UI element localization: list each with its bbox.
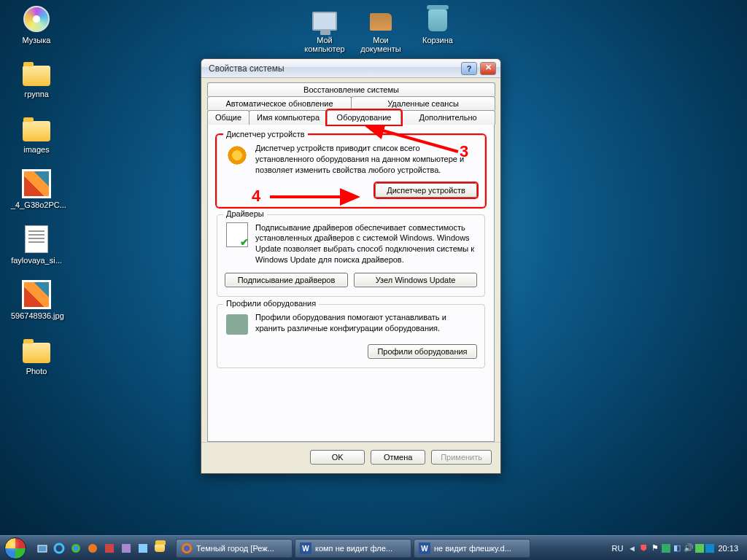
titlebar[interactable]: Свойства системы ? ✕	[201, 59, 500, 78]
ql-chrome[interactable]	[69, 541, 83, 556]
ql-firefox[interactable]	[85, 541, 100, 556]
desktop-icon-image2[interactable]: 596748936.jpg	[11, 280, 62, 320]
taskbar-task-word2[interactable]: Wне видит флешку.d...	[414, 539, 530, 558]
desktop-icon-label: Photo	[26, 367, 47, 376]
tray-shield-icon[interactable]: ⛊	[638, 543, 649, 553]
group-legend: Профили оборудования	[223, 299, 319, 308]
quick-launch	[31, 541, 171, 556]
desktop-icon-mycomputer[interactable]: Мой компьютер	[299, 4, 350, 53]
desktop-icon-music[interactable]: Музыка	[11, 4, 62, 44]
tab-system-restore[interactable]: Восстановление системы	[207, 82, 495, 96]
dialog-footer: OK Отмена Применить	[201, 442, 500, 473]
tray-app-icon[interactable]	[662, 544, 670, 553]
group-legend: Диспетчер устройств	[223, 130, 308, 139]
svg-rect-7	[105, 544, 114, 553]
task-label: не видит флешку.d...	[434, 544, 511, 553]
task-label: комп не видит фле...	[315, 544, 392, 553]
svg-rect-8	[122, 544, 131, 553]
windows-orb-icon	[4, 537, 26, 559]
tab-content-hardware: Диспетчер устройств Диспетчер устройств …	[207, 124, 495, 442]
tab-hardware[interactable]: Оборудование	[327, 110, 401, 125]
window-title: Свойства системы	[209, 63, 458, 74]
tab-general[interactable]: Общие	[207, 110, 249, 125]
tray-chevron-icon[interactable]: ◄	[627, 543, 637, 553]
group-description: Подписывание драйверов обеспечивает совм…	[255, 222, 477, 265]
svg-text:W: W	[302, 545, 309, 553]
desktop-icon-label: 596748936.jpg	[11, 311, 64, 320]
desktop-icon-label: Мой компьютер	[304, 36, 344, 53]
language-indicator[interactable]: RU	[612, 544, 624, 553]
help-button[interactable]: ?	[461, 62, 477, 75]
tab-advanced[interactable]: Дополнительно	[400, 110, 495, 125]
desktop-icon-photo[interactable]: Photo	[11, 335, 62, 376]
tray-app2-icon[interactable]	[695, 544, 704, 553]
desktop-icon-label: группа	[24, 90, 49, 98]
ql-app1[interactable]	[102, 541, 117, 556]
desktop-icon-group[interactable]: группа	[11, 58, 62, 98]
desktop-icon-recyclebin[interactable]: Корзина	[412, 4, 463, 44]
desktop-icon-image1[interactable]: _4_G38o2PC...	[11, 169, 62, 209]
group-legend: Драйверы	[223, 209, 267, 218]
tray-network-icon[interactable]: ◧	[672, 543, 682, 553]
tab-remote[interactable]: Удаленные сеансы	[351, 96, 495, 110]
group-description: Диспетчер устройств приводит список всег…	[255, 143, 477, 176]
svg-point-5	[74, 546, 78, 551]
clock[interactable]: 20:13	[718, 544, 738, 553]
group-hardware-profiles: Профили оборудования Профили оборудовани…	[217, 304, 485, 368]
group-description: Профили оборудования помогают устанавлив…	[255, 312, 477, 334]
desktop-icon-label: Музыка	[23, 36, 51, 44]
word-icon: W	[419, 542, 430, 554]
gear-icon	[225, 143, 249, 168]
desktop-icon-label: _4_G38o2PC...	[11, 201, 66, 209]
tray-volume-icon[interactable]: 🔊	[684, 543, 694, 553]
svg-point-3	[55, 544, 63, 553]
system-tray: RU ◄ ⛊ ⚑ ◧ 🔊 20:13	[612, 543, 743, 553]
start-button[interactable]	[0, 536, 31, 561]
hardware-profiles-button[interactable]: Профили оборудования	[368, 344, 477, 359]
certificate-icon	[225, 222, 249, 247]
taskbar-task-firefox[interactable]: Темный город [Реж...	[176, 539, 293, 558]
ql-show-desktop[interactable]	[35, 541, 50, 556]
svg-rect-9	[139, 544, 147, 553]
tab-computer-name[interactable]: Имя компьютера	[249, 110, 328, 125]
desktop-icon-label: images	[23, 145, 49, 154]
close-button[interactable]: ✕	[480, 62, 496, 75]
taskbar: Темный город [Реж... Wкомп не видит фле.…	[0, 535, 747, 560]
desktop-icon-label: Корзина	[422, 36, 453, 44]
apply-button[interactable]: Применить	[431, 450, 492, 464]
ql-explorer[interactable]	[152, 541, 167, 556]
cancel-button[interactable]: Отмена	[371, 450, 425, 464]
firefox-icon	[181, 542, 193, 554]
tray-monitor-icon[interactable]	[705, 544, 714, 553]
group-device-manager: Диспетчер устройств Диспетчер устройств …	[217, 135, 485, 207]
ql-app3[interactable]	[136, 541, 150, 556]
svg-rect-2	[38, 545, 47, 552]
windows-update-button[interactable]: Узел Windows Update	[354, 273, 477, 287]
desktop-icon-mydocs[interactable]: Мои документы	[355, 4, 406, 53]
tab-auto-update[interactable]: Автоматическое обновление	[207, 96, 352, 110]
ql-ie[interactable]	[52, 541, 66, 556]
svg-text:W: W	[421, 545, 428, 553]
desktop-icon-images[interactable]: images	[11, 114, 62, 154]
desktop-icon-label: faylovaya_si...	[11, 256, 62, 265]
ql-app2[interactable]	[119, 541, 133, 556]
device-manager-button[interactable]: Диспетчер устройств	[375, 183, 477, 198]
ok-button[interactable]: OK	[310, 450, 365, 464]
system-properties-dialog: Свойства системы ? ✕ Восстановление сист…	[201, 58, 501, 474]
desktop-icon-label: Мои документы	[360, 36, 401, 53]
group-drivers: Драйверы Подписывание драйверов обеспечи…	[217, 214, 485, 297]
task-label: Темный город [Реж...	[196, 544, 274, 553]
svg-point-6	[88, 544, 97, 553]
word-icon: W	[300, 542, 311, 554]
hardware-profile-icon	[225, 312, 249, 337]
driver-signing-button[interactable]: Подписывание драйверов	[225, 273, 348, 287]
tray-flag-icon[interactable]: ⚑	[650, 543, 660, 553]
svg-point-11	[184, 545, 190, 551]
desktop-icon-textfile[interactable]: faylovaya_si...	[11, 225, 62, 265]
taskbar-task-word1[interactable]: Wкомп не видит фле...	[295, 539, 411, 558]
